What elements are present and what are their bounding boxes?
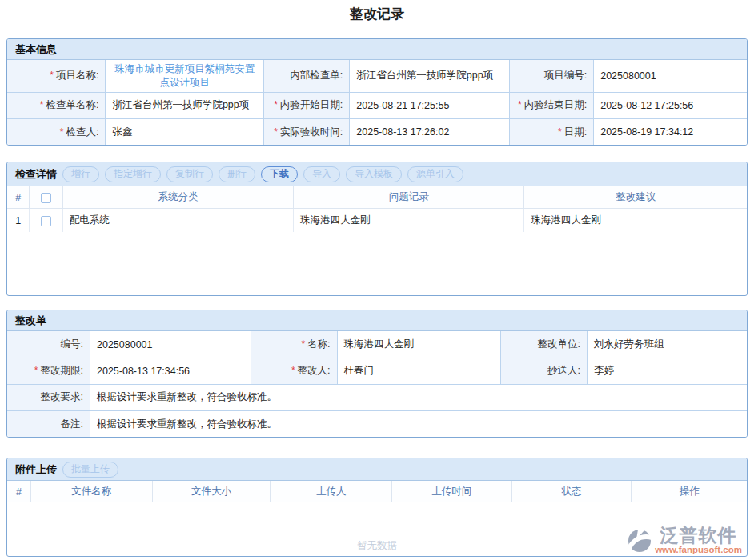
- row-index: 1: [7, 208, 30, 232]
- field-value: 2025080001: [594, 60, 747, 92]
- field-value: 珠海市城市更新项目紫桐苑安置点设计项目: [106, 60, 264, 92]
- column-header-problem: 问题记录: [294, 186, 524, 208]
- field-label: *实际验收时间:: [264, 118, 350, 145]
- field-label: 编号:: [7, 331, 90, 358]
- column-header-file-name: 文件名称: [31, 481, 153, 502]
- column-header-actions: 操作: [632, 481, 747, 502]
- basic-info-table: *项目名称: 珠海市城市更新项目紫桐苑安置点设计项目 内部检查单: 浙江省台州第…: [7, 60, 747, 145]
- inspection-detail-title: 检查详情: [15, 167, 57, 182]
- insert-row-button[interactable]: 指定增行: [105, 166, 161, 182]
- required-marker: *: [274, 99, 278, 110]
- import-button[interactable]: 导入: [303, 166, 340, 182]
- inspection-detail-section: 检查详情 增行 指定增行 复制行 删行 下载 导入 导入模板 源单引入 # 系统…: [6, 162, 748, 296]
- field-value: 根据设计要求重新整改，符合验收标准。: [90, 384, 747, 410]
- basic-info-title: 基本信息: [15, 42, 57, 57]
- field-label: 内部检查单:: [264, 60, 350, 92]
- field-value: 2025-08-12 17:25:56: [594, 92, 747, 118]
- page-title: 整改记录: [0, 0, 754, 22]
- row-checkbox-cell: [30, 208, 63, 232]
- add-row-button[interactable]: 增行: [62, 166, 99, 182]
- field-label: *整改人:: [251, 358, 337, 384]
- field-label: *日期:: [509, 118, 593, 145]
- field-label: *内验开始日期:: [264, 92, 350, 118]
- basic-info-section: 基本信息 *项目名称: 珠海市城市更新项目紫桐苑安置点设计项目 内部检查单: 浙…: [6, 38, 748, 146]
- inspection-detail-header: 检查详情 增行 指定增行 复制行 删行 下载 导入 导入模板 源单引入: [7, 162, 747, 186]
- field-value: 珠海港四大金刚: [337, 331, 500, 358]
- field-label: 整改单位:: [500, 331, 587, 358]
- field-label: 抄送人:: [500, 358, 587, 384]
- basic-info-header: 基本信息: [7, 39, 747, 60]
- copy-row-button[interactable]: 复制行: [166, 166, 213, 182]
- field-value: 根据设计要求重新整改，符合验收标准。: [90, 410, 747, 437]
- field-value: 浙江省台州第一技师学院ppp项: [350, 60, 510, 92]
- fanpu-logo-icon: [627, 528, 652, 554]
- grid-empty-area: [7, 232, 747, 295]
- vendor-logo-text: 泛普软件: [660, 526, 737, 545]
- field-label: 整改要求:: [7, 384, 90, 410]
- field-label: 项目编号:: [509, 60, 593, 92]
- field-label: *名称:: [251, 331, 337, 358]
- delete-row-button[interactable]: 删行: [219, 166, 255, 182]
- row-checkbox[interactable]: [41, 216, 51, 226]
- field-label: *整改期限:: [7, 358, 90, 384]
- rectification-order-section: 整改单 编号: 2025080001 *名称: 珠海港四大金刚 整改单位: 刘永…: [6, 310, 748, 438]
- column-header-suggestion: 整改建议: [524, 186, 747, 208]
- column-header-uploader: 上传人: [271, 481, 392, 502]
- field-value: 刘永好劳务班组: [587, 331, 747, 358]
- select-all-checkbox[interactable]: [41, 193, 51, 203]
- field-value: 2025-08-13 17:34:56: [90, 358, 251, 384]
- field-label: *检查单名称:: [7, 92, 106, 118]
- attachment-upload-header: 附件上传 批量上传: [7, 458, 747, 481]
- column-header-upload-time: 上传时间: [391, 481, 511, 502]
- vendor-logo-url: www.fanpusoft.com: [655, 546, 742, 555]
- rectification-order-header: 整改单: [7, 310, 747, 331]
- field-label: *项目名称:: [7, 60, 106, 92]
- column-header-system: 系统分类: [62, 186, 293, 208]
- column-header-index: #: [7, 481, 31, 502]
- required-marker: *: [558, 126, 562, 138]
- field-value: 2025-08-19 17:34:12: [594, 118, 747, 145]
- source-import-button[interactable]: 源单引入: [407, 166, 463, 182]
- column-header-index: #: [7, 186, 30, 208]
- required-marker: *: [34, 365, 38, 376]
- required-marker: *: [50, 70, 54, 81]
- field-value: 2025-08-21 17:25:55: [350, 92, 510, 118]
- project-name-link[interactable]: 珠海市城市更新项目紫桐苑安置点设计项目: [112, 62, 257, 90]
- batch-upload-button[interactable]: 批量上传: [62, 462, 118, 478]
- field-label: *内验结束日期:: [509, 92, 593, 118]
- field-value: 2025-08-13 17:26:02: [350, 118, 510, 145]
- download-button[interactable]: 下载: [261, 166, 298, 182]
- cell-suggestion: 珠海港四大金刚: [524, 208, 747, 232]
- field-value: 浙江省台州第一技师学院ppp项: [106, 92, 264, 118]
- rectification-order-title: 整改单: [15, 314, 46, 328]
- required-marker: *: [60, 126, 64, 138]
- import-template-button[interactable]: 导入模板: [346, 166, 402, 182]
- required-marker: *: [301, 338, 305, 350]
- inspection-grid: # 系统分类 问题记录 整改建议 1 配电系统 珠海港四大金刚 珠海港四大金刚: [7, 186, 747, 232]
- rectification-order-table: 编号: 2025080001 *名称: 珠海港四大金刚 整改单位: 刘永好劳务班…: [7, 331, 747, 437]
- required-marker: *: [40, 99, 44, 110]
- column-header-file-size: 文件大小: [152, 481, 271, 502]
- attachment-upload-section: 附件上传 批量上传 # 文件名称 文件大小 上传人 上传时间 状态 操作 暂无数…: [6, 458, 748, 557]
- required-marker: *: [518, 99, 522, 110]
- field-value: 李婷: [587, 358, 747, 384]
- column-header-status: 状态: [511, 481, 632, 502]
- required-marker: *: [291, 365, 295, 376]
- vendor-logo: 泛普软件 www.fanpusoft.com: [627, 526, 742, 555]
- table-row: 1 配电系统 珠海港四大金刚 珠海港四大金刚: [7, 208, 747, 232]
- cell-problem-record: 珠海港四大金刚: [294, 208, 524, 232]
- required-marker: *: [274, 126, 278, 138]
- field-value: 杜春门: [337, 358, 500, 384]
- select-all-checkbox-cell: [30, 186, 63, 208]
- attachment-upload-title: 附件上传: [15, 462, 57, 477]
- field-label: 备注:: [7, 410, 90, 437]
- field-value: 张鑫: [106, 118, 264, 145]
- attachment-grid: # 文件名称 文件大小 上传人 上传时间 状态 操作: [7, 481, 747, 502]
- attachment-empty-area: 暂无数据 泛普软件 www.fanpusoft.com: [7, 502, 747, 556]
- field-label: *检查人:: [7, 118, 106, 145]
- field-value: 2025080001: [90, 331, 251, 358]
- cell-system-category: 配电系统: [62, 208, 293, 232]
